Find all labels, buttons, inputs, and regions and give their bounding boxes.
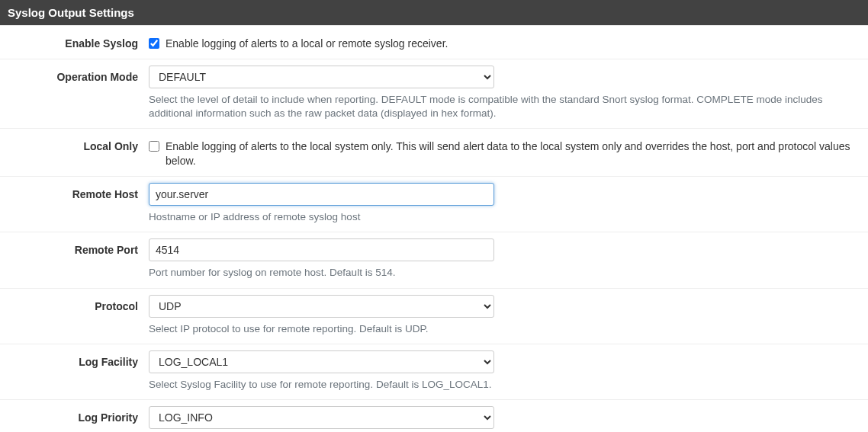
local-only-checkbox[interactable] <box>149 141 159 152</box>
log-facility-help: Select Syslog Facility to use for remote… <box>149 378 860 392</box>
row-operation-mode: Operation Mode DEFAULT Select the level … <box>0 59 868 128</box>
panel-header: Syslog Output Settings <box>0 0 868 25</box>
label-remote-port: Remote Port <box>0 238 149 256</box>
label-operation-mode: Operation Mode <box>0 66 149 83</box>
enable-syslog-text: Enable logging of alerts to a local or r… <box>166 37 860 51</box>
remote-host-help: Hostname or IP address of remote syslog … <box>149 210 860 224</box>
protocol-select[interactable]: UDP <box>149 295 494 318</box>
remote-port-input[interactable] <box>149 238 494 261</box>
row-enable-syslog: Enable Syslog Enable logging of alerts t… <box>0 25 868 59</box>
local-only-text: Enable logging of alerts to the local sy… <box>166 139 860 168</box>
enable-syslog-checkbox[interactable] <box>149 38 159 49</box>
protocol-help: Select IP protocol to use for remote rep… <box>149 322 860 336</box>
remote-port-help: Port number for syslog on remote host. D… <box>149 266 860 280</box>
local-only-control[interactable]: Enable logging of alerts to the local sy… <box>149 135 860 168</box>
label-protocol: Protocol <box>0 295 149 312</box>
log-priority-select[interactable]: LOG_INFO <box>149 406 494 429</box>
remote-host-input[interactable] <box>149 183 494 206</box>
operation-mode-select[interactable]: DEFAULT <box>149 66 494 88</box>
operation-mode-help: Select the level of detail to include wh… <box>149 93 860 120</box>
row-remote-host: Remote Host Hostname or IP address of re… <box>0 176 868 232</box>
row-protocol: Protocol UDP Select IP protocol to use f… <box>0 288 868 344</box>
label-local-only: Local Only <box>0 135 149 152</box>
row-log-priority: Log Priority LOG_INFO Select Syslog Prio… <box>0 399 868 432</box>
log-facility-select[interactable]: LOG_LOCAL1 <box>149 350 494 373</box>
row-remote-port: Remote Port Port number for syslog on re… <box>0 232 868 287</box>
label-log-priority: Log Priority <box>0 406 149 424</box>
label-enable-syslog: Enable Syslog <box>0 32 149 50</box>
row-local-only: Local Only Enable logging of alerts to t… <box>0 128 868 176</box>
row-log-facility: Log Facility LOG_LOCAL1 Select Syslog Fa… <box>0 344 868 399</box>
enable-syslog-control[interactable]: Enable logging of alerts to a local or r… <box>149 32 860 51</box>
label-remote-host: Remote Host <box>0 183 149 200</box>
label-log-facility: Log Facility <box>0 350 149 368</box>
